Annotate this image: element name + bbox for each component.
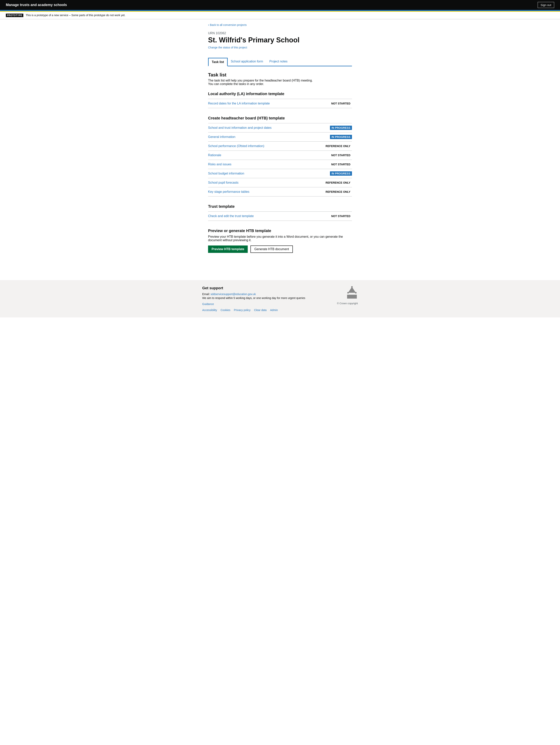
status-badge-record-dates: NOT STARTED (330, 101, 352, 106)
footer-admin-link[interactable]: Admin (270, 309, 278, 312)
task-group-htb-title: Create headteacher board (HTB) template (208, 116, 352, 121)
site-header: Manage trusts and academy schools Sign o… (0, 0, 560, 10)
task-link-check-edit-trust[interactable]: Check and edit the trust template (208, 214, 254, 218)
task-link-school-pupil[interactable]: School pupil forecasts (208, 181, 239, 185)
status-badge-rationale: NOT STARTED (330, 153, 352, 157)
footer-right: © Crown copyright (337, 286, 358, 305)
footer-privacy-policy-link[interactable]: Privacy policy (234, 309, 251, 312)
svg-rect-0 (347, 295, 357, 299)
tab-school-application-form[interactable]: School application form (228, 58, 266, 66)
task-link-school-budget[interactable]: School budget information (208, 172, 244, 175)
tab-project-notes[interactable]: Project notes (266, 58, 291, 66)
footer-email-link[interactable]: sddservicesupport@education.gov.uk (210, 293, 256, 296)
task-link-record-dates[interactable]: Record dates for the LA information temp… (208, 102, 270, 105)
preview-intro-text: Preview your HTB template before you gen… (208, 235, 352, 242)
status-badge-check-edit-trust: NOT STARTED (330, 214, 352, 218)
preview-section-title: Preview or generate HTB template (208, 229, 352, 233)
preview-section: Preview or generate HTB template Preview… (208, 229, 352, 253)
change-status-link[interactable]: Change the status of this project (208, 46, 247, 49)
footer-links-row: Accessibility Cookies Privacy policy Cle… (202, 309, 305, 312)
site-footer: Get support Email: sddservicesupport@edu… (0, 280, 560, 318)
school-name: St. Wilfrid's Primary School (208, 36, 352, 44)
task-link-school-performance[interactable]: School performance (Ofsted information) (208, 144, 264, 148)
status-badge-key-stage: REFERENCE ONLY (324, 190, 352, 194)
tab-task-list[interactable]: Task list (208, 58, 228, 66)
task-row: School performance (Ofsted information) … (208, 141, 352, 151)
task-row: Record dates for the LA information temp… (208, 99, 352, 108)
task-row: Key stage performance tables REFERENCE O… (208, 187, 352, 196)
task-link-rationale[interactable]: Rationale (208, 154, 221, 157)
task-list-intro: Task list The task list will help you pr… (208, 72, 352, 86)
task-link-school-trust-info[interactable]: School and trust information and project… (208, 126, 271, 130)
task-row: School budget information IN PROGRESS (208, 169, 352, 178)
footer-inner: Get support Email: sddservicesupport@edu… (202, 286, 358, 312)
task-row: Rationale NOT STARTED (208, 151, 352, 160)
status-badge-school-trust-info: IN PROGRESS (330, 126, 352, 130)
task-link-general-info[interactable]: General information (208, 135, 235, 139)
footer-email-line: Email: sddservicesupport@education.gov.u… (202, 293, 305, 296)
task-group-la-info-title: Local authority (LA) information templat… (208, 92, 352, 96)
svg-point-4 (355, 292, 357, 294)
status-badge-school-performance: REFERENCE ONLY (324, 144, 352, 148)
task-list-heading: Task list (208, 72, 352, 77)
task-group-trust-title: Trust template (208, 204, 352, 209)
status-badge-risks-issues: NOT STARTED (330, 162, 352, 166)
site-title: Manage trusts and academy schools (6, 3, 67, 7)
footer-left: Get support Email: sddservicesupport@edu… (202, 286, 305, 312)
task-group-htb-template: Create headteacher board (HTB) template … (208, 116, 352, 196)
task-row: General information IN PROGRESS (208, 132, 352, 141)
footer-cookies-link[interactable]: Cookies (221, 309, 230, 312)
school-info: URN 102062 St. Wilfrid's Primary School … (208, 32, 352, 54)
footer-guidance-link-row: Guidance (202, 302, 305, 306)
footer-email-label: Email: (202, 293, 210, 296)
task-row: School and trust information and project… (208, 123, 352, 132)
task-row: Risks and issues NOT STARTED (208, 160, 352, 169)
sign-out-button[interactable]: Sign out (538, 2, 554, 8)
prototype-badge: PROTOTYPE (6, 13, 23, 17)
preview-btn-group: Preview HTB template Generate HTB docume… (208, 246, 352, 253)
prototype-message: This is a prototype of a new service – S… (26, 13, 125, 17)
task-group-la-info: Local authority (LA) information templat… (208, 92, 352, 108)
task-link-risks-issues[interactable]: Risks and issues (208, 163, 231, 166)
crown-logo-icon (346, 286, 358, 299)
svg-point-2 (351, 286, 353, 288)
footer-guidance-link[interactable]: Guidance (202, 302, 214, 305)
back-link[interactable]: Back to all conversion projects (208, 23, 246, 27)
footer-accessibility-link[interactable]: Accessibility (202, 309, 217, 312)
footer-response-text: We aim to respond within 5 working days,… (202, 296, 305, 299)
task-row: Check and edit the trust template NOT ST… (208, 212, 352, 221)
footer-support-heading: Get support (202, 286, 305, 290)
task-group-trust-template: Trust template Check and edit the trust … (208, 204, 352, 221)
task-list-intro-text: The task list will help you prepare for … (208, 79, 352, 86)
status-badge-general-info: IN PROGRESS (330, 135, 352, 139)
school-urn: URN 102062 (208, 32, 352, 35)
task-link-key-stage[interactable]: Key stage performance tables (208, 190, 250, 194)
generate-htb-button[interactable]: Generate HTB document (251, 246, 293, 253)
status-badge-school-pupil: REFERENCE ONLY (324, 181, 352, 185)
svg-point-3 (347, 292, 349, 294)
footer-clear-data-link[interactable]: Clear data (254, 309, 267, 312)
tabs-nav: Task list School application form Projec… (208, 58, 352, 66)
status-badge-school-budget: IN PROGRESS (330, 171, 352, 176)
svg-marker-1 (348, 287, 356, 293)
task-row: School pupil forecasts REFERENCE ONLY (208, 178, 352, 187)
prototype-banner: PROTOTYPE This is a prototype of a new s… (0, 11, 560, 19)
main-content: Back to all conversion projects URN 1020… (202, 19, 358, 272)
preview-htb-button[interactable]: Preview HTB template (208, 246, 248, 253)
footer-copyright: © Crown copyright (337, 302, 358, 305)
